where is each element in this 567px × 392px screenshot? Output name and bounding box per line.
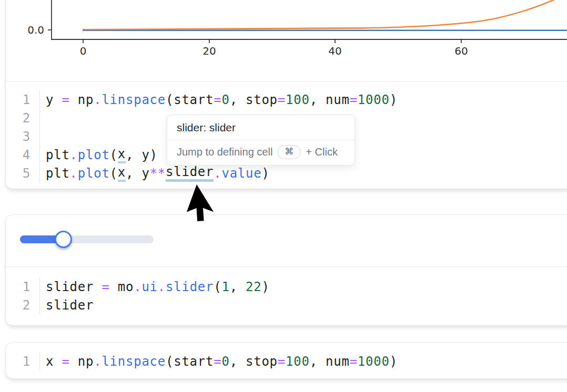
code-token[interactable]: , num — [310, 92, 350, 107]
code-token[interactable]: slider — [46, 280, 102, 294]
code-token[interactable]: , y) — [126, 148, 158, 162]
code-token[interactable]: , stop — [230, 92, 278, 107]
code-token[interactable]: , num — [310, 354, 350, 369]
code-token[interactable]: 1000 — [358, 92, 390, 107]
code-token[interactable]: ( — [214, 280, 221, 294]
code-token[interactable]: ) — [390, 92, 398, 107]
code-token-reference[interactable]: slider — [166, 164, 214, 182]
code-text[interactable] — [39, 127, 46, 146]
code-token[interactable]: np — [70, 354, 94, 369]
line-number: 1 — [6, 90, 31, 109]
code-token[interactable]: = — [278, 92, 286, 107]
code-token[interactable]: . — [158, 280, 166, 294]
code-token[interactable]: 0 — [221, 354, 229, 369]
code-token[interactable]: linspace — [102, 354, 166, 369]
output-code-divider — [6, 81, 567, 81]
line-number: 1 — [6, 352, 31, 370]
code-line[interactable]: 1y = np.linspace(start=0, stop=100, num=… — [6, 90, 398, 109]
code-token[interactable]: = — [62, 354, 69, 369]
code-token[interactable]: , stop — [230, 354, 278, 369]
line-number: 3 — [6, 127, 31, 146]
code-editor-x-cell[interactable]: 1x = np.linspace(start=0, stop=100, num=… — [6, 352, 398, 370]
line-number: 1 — [6, 277, 31, 296]
code-token[interactable]: slider — [166, 280, 214, 294]
code-token[interactable]: ** — [150, 166, 166, 181]
hover-tooltip: slider: slider Jump to defining cell ⌘ +… — [167, 115, 355, 166]
code-line[interactable]: 5plt.plot(x, y**slider.value) — [6, 164, 398, 182]
tooltip-click-suffix: + Click — [306, 146, 338, 158]
code-token[interactable]: = — [214, 92, 221, 107]
code-token[interactable]: value — [221, 166, 261, 181]
code-token[interactable]: mo — [110, 280, 134, 294]
slider-handle[interactable] — [55, 231, 72, 248]
code-editor-slider-cell[interactable]: 1slider = mo.ui.slider(1, 22)2slider — [6, 277, 270, 314]
command-keycap: ⌘ — [277, 145, 301, 159]
code-token[interactable]: . — [70, 148, 78, 162]
code-token[interactable]: ( — [110, 148, 118, 162]
code-token[interactable]: = — [350, 354, 358, 369]
code-token[interactable]: (start — [166, 354, 214, 369]
code-token[interactable]: = — [102, 280, 109, 294]
code-token[interactable]: y — [46, 92, 62, 107]
code-token[interactable]: = — [62, 92, 69, 107]
code-token[interactable]: , — [230, 280, 246, 294]
code-token[interactable]: plot — [78, 166, 110, 181]
code-token-reference[interactable]: x — [118, 147, 126, 163]
code-token[interactable]: . — [70, 166, 78, 181]
line-number: 2 — [6, 109, 31, 127]
code-token[interactable]: plt — [46, 166, 70, 181]
code-token[interactable]: linspace — [102, 92, 166, 107]
code-text[interactable]: slider — [39, 296, 94, 314]
code-token[interactable]: . — [94, 354, 102, 369]
code-token[interactable]: 1000 — [358, 354, 390, 369]
code-text[interactable]: plt.plot(x, y) — [39, 146, 158, 164]
code-line[interactable]: 1x = np.linspace(start=0, stop=100, num=… — [6, 352, 398, 370]
tooltip-variable-name: slider: slider — [167, 115, 355, 140]
line-number: 2 — [6, 296, 31, 314]
code-line[interactable]: 1slider = mo.ui.slider(1, 22) — [6, 277, 270, 296]
line-number: 5 — [6, 164, 31, 182]
code-token[interactable]: . — [94, 92, 102, 107]
x-tick-label: 20 — [202, 45, 216, 57]
line-series-orange — [83, 0, 567, 29]
code-token[interactable]: (start — [166, 92, 214, 107]
code-token[interactable]: ) — [261, 280, 269, 294]
code-token[interactable]: ui — [141, 280, 157, 294]
code-token[interactable]: . — [214, 166, 221, 181]
code-token[interactable]: = — [278, 354, 286, 369]
code-token[interactable]: = — [350, 92, 358, 107]
code-text[interactable]: slider = mo.ui.slider(1, 22) — [39, 277, 270, 296]
code-text[interactable]: x = np.linspace(start=0, stop=100, num=1… — [39, 352, 398, 370]
code-token[interactable]: ) — [261, 166, 269, 181]
x-tick-label: 0 — [80, 45, 87, 57]
code-token[interactable]: 100 — [286, 354, 310, 369]
output-code-divider — [6, 266, 567, 267]
code-token[interactable]: = — [214, 354, 221, 369]
code-token[interactable]: . — [134, 280, 141, 294]
code-token[interactable]: ) — [390, 354, 398, 369]
code-token[interactable]: 1 — [221, 280, 229, 294]
code-token[interactable]: plot — [78, 148, 110, 162]
code-token[interactable]: ( — [110, 166, 118, 181]
y-tick-label: 0.0 — [27, 24, 44, 36]
code-token[interactable]: , y — [126, 166, 150, 181]
code-token-reference[interactable]: x — [118, 165, 126, 182]
mouse-cursor-icon — [196, 183, 243, 233]
code-line[interactable]: 2slider — [6, 296, 270, 314]
x-tick-label: 60 — [454, 45, 468, 57]
line-number: 4 — [6, 146, 31, 164]
code-token[interactable]: np — [70, 92, 94, 107]
code-token[interactable]: plt — [46, 148, 70, 162]
tooltip-action-row: Jump to defining cell ⌘ + Click — [167, 140, 355, 165]
code-token[interactable]: 0 — [221, 92, 229, 107]
code-text[interactable]: y = np.linspace(start=0, stop=100, num=1… — [39, 90, 398, 109]
code-text[interactable]: plt.plot(x, y**slider.value) — [39, 164, 270, 182]
code-token[interactable]: 100 — [286, 92, 310, 107]
code-token[interactable]: x — [46, 354, 62, 369]
slider-track[interactable] — [20, 235, 154, 243]
code-text[interactable] — [39, 109, 46, 127]
plot-output: 0.0 0 20 40 60 — [0, 0, 567, 61]
code-token[interactable]: 22 — [246, 280, 261, 294]
code-token[interactable]: slider — [46, 298, 94, 313]
tooltip-action-label: Jump to defining cell — [177, 146, 272, 158]
